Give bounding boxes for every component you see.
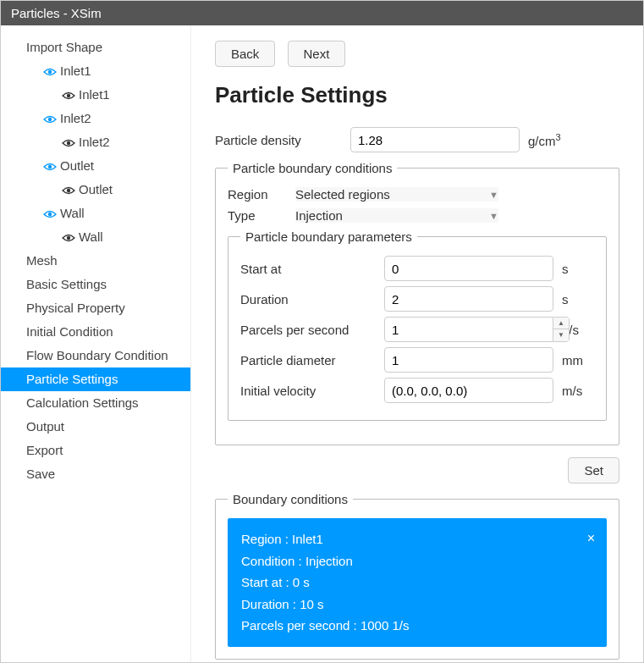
sidebar-item-label: Output xyxy=(26,419,64,434)
duration-input[interactable] xyxy=(384,286,553,312)
sidebar-item-label: Inlet2 xyxy=(79,135,110,149)
sidebar-item[interactable]: Physical Property xyxy=(1,296,190,320)
pbc-legend: Particle boundary conditions xyxy=(228,161,397,175)
velocity-input[interactable] xyxy=(384,378,553,403)
sidebar-item-label: Inlet1 xyxy=(60,64,91,78)
back-button[interactable]: Back xyxy=(215,41,275,67)
svg-point-3 xyxy=(67,141,70,145)
diameter-row: Particle diameter mm xyxy=(240,347,594,373)
main-panel: Back Next Particle Settings Particle den… xyxy=(191,25,643,662)
sidebar-item[interactable]: Wall xyxy=(1,202,190,225)
close-icon[interactable]: × xyxy=(587,527,595,550)
velocity-unit: m/s xyxy=(562,384,591,398)
sidebar-item[interactable]: Inlet1 xyxy=(1,83,190,107)
bc-line: Region : Inlet1 xyxy=(241,528,593,550)
sidebar-item-label: Wall xyxy=(60,206,85,220)
parcels-per-second-row: Parcels per second ▲ ▼ 1/s xyxy=(240,317,594,342)
sidebar-item[interactable]: Wall xyxy=(1,225,190,249)
bc-line: Start at : 0 s xyxy=(241,572,593,594)
bc-line: Condition : Injection xyxy=(241,550,593,572)
boundary-conditions-fieldset: Boundary conditions × Region : Inlet1 Co… xyxy=(215,492,619,660)
eye-icon xyxy=(43,210,57,218)
region-value: Selected regions xyxy=(295,187,390,202)
sidebar-item-label: Wall xyxy=(79,229,103,244)
svg-point-6 xyxy=(48,213,52,216)
next-button[interactable]: Next xyxy=(288,41,346,67)
duration-unit: s xyxy=(562,292,591,307)
eye-icon xyxy=(43,68,57,76)
pps-input[interactable] xyxy=(384,317,553,342)
spinner-down-icon[interactable]: ▼ xyxy=(553,329,569,341)
eye-icon xyxy=(43,115,57,124)
sidebar-item-label: Flow Boundary Condition xyxy=(26,348,168,362)
sidebar: Import ShapeInlet1Inlet1Inlet2Inlet2Outl… xyxy=(1,25,191,662)
start-at-row: Start at s xyxy=(240,256,594,281)
particle-density-unit: g/cm3 xyxy=(528,132,561,148)
sidebar-item[interactable]: Particle Settings xyxy=(1,367,190,391)
sidebar-item[interactable]: Outlet xyxy=(1,154,190,178)
sidebar-item-label: Inlet1 xyxy=(79,87,110,102)
svg-point-1 xyxy=(67,94,70,97)
spinner-up-icon[interactable]: ▲ xyxy=(553,318,569,329)
spinner-buttons: ▲ ▼ xyxy=(553,317,570,342)
particle-density-input[interactable] xyxy=(350,127,520,152)
sidebar-item-label: Particle Settings xyxy=(26,372,118,386)
velocity-label: Initial velocity xyxy=(240,384,384,398)
set-button-row: Set xyxy=(215,457,619,483)
chevron-down-icon: ▼ xyxy=(489,211,498,221)
particle-boundary-parameters-fieldset: Particle boundary parameters Start at s … xyxy=(228,229,607,421)
sidebar-item[interactable]: Output xyxy=(1,415,190,439)
sidebar-item[interactable]: Inlet1 xyxy=(1,59,190,83)
window-title: Particles - XSim xyxy=(11,6,102,20)
svg-point-4 xyxy=(48,165,52,169)
eye-icon xyxy=(62,139,75,147)
diameter-input[interactable] xyxy=(384,347,553,373)
start-at-input[interactable] xyxy=(384,256,553,281)
sidebar-item[interactable]: Mesh xyxy=(1,249,190,273)
svg-point-0 xyxy=(48,70,52,74)
eye-icon xyxy=(43,163,57,171)
svg-point-7 xyxy=(67,236,70,240)
sidebar-item-label: Import Shape xyxy=(26,40,102,54)
region-select[interactable]: Selected regions ▼ xyxy=(295,187,498,202)
diameter-label: Particle diameter xyxy=(240,353,384,367)
type-select[interactable]: Injection ▼ xyxy=(295,208,498,223)
bc-line: Parcels per second : 1000 1/s xyxy=(241,615,593,637)
particle-density-label: Particle density xyxy=(215,133,350,147)
sidebar-item-label: Save xyxy=(26,467,55,481)
particle-boundary-conditions-fieldset: Particle boundary conditions Region Sele… xyxy=(215,161,619,445)
sidebar-item-label: Physical Property xyxy=(26,301,125,315)
sidebar-item[interactable]: Inlet2 xyxy=(1,130,190,154)
page-title: Particle Settings xyxy=(215,82,619,108)
sidebar-item[interactable]: Basic Settings xyxy=(1,273,190,296)
sidebar-item[interactable]: Save xyxy=(1,462,190,486)
sidebar-item-label: Outlet xyxy=(60,158,94,173)
eye-icon xyxy=(62,91,75,100)
sidebar-item[interactable]: Initial Condition xyxy=(1,320,190,344)
bc-line: Duration : 10 s xyxy=(241,594,593,616)
pbp-legend: Particle boundary parameters xyxy=(240,229,417,244)
type-value: Injection xyxy=(295,208,343,223)
boundary-condition-card[interactable]: × Region : Inlet1 Condition : Injection … xyxy=(228,518,607,647)
sidebar-item[interactable]: Inlet2 xyxy=(1,107,190,130)
bc-legend: Boundary conditions xyxy=(228,492,353,506)
sidebar-item[interactable]: Import Shape xyxy=(1,36,190,59)
sidebar-item[interactable]: Outlet xyxy=(1,178,190,202)
sidebar-item[interactable]: Export xyxy=(1,439,190,462)
set-button[interactable]: Set xyxy=(568,457,619,483)
sidebar-item-label: Mesh xyxy=(26,253,58,268)
pps-label: Parcels per second xyxy=(240,323,384,337)
sidebar-item-label: Export xyxy=(26,443,63,457)
duration-label: Duration xyxy=(240,292,384,307)
region-label: Region xyxy=(228,187,295,202)
sidebar-item-label: Initial Condition xyxy=(26,324,113,339)
diameter-unit: mm xyxy=(562,353,591,367)
svg-point-2 xyxy=(48,118,52,121)
app-body: Import ShapeInlet1Inlet1Inlet2Inlet2Outl… xyxy=(1,25,643,662)
eye-icon xyxy=(62,234,75,242)
sidebar-item-label: Inlet2 xyxy=(60,111,91,125)
sidebar-item[interactable]: Flow Boundary Condition xyxy=(1,344,190,367)
sidebar-item[interactable]: Calculation Settings xyxy=(1,391,190,415)
titlebar: Particles - XSim xyxy=(1,1,643,25)
pps-spinner: ▲ ▼ xyxy=(384,317,553,342)
